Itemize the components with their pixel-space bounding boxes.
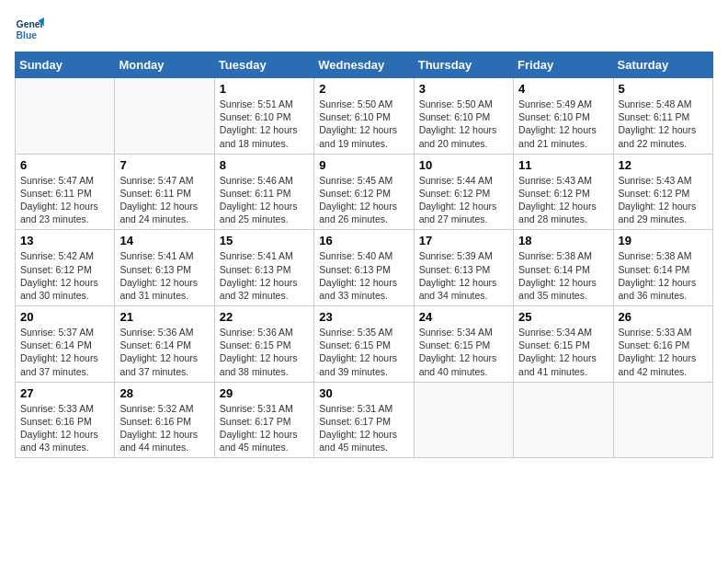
calendar-cell: 20Sunrise: 5:37 AM Sunset: 6:14 PM Dayli… xyxy=(16,306,115,383)
day-info: Sunrise: 5:36 AM Sunset: 6:14 PM Dayligh… xyxy=(119,326,209,378)
day-info: Sunrise: 5:41 AM Sunset: 6:13 PM Dayligh… xyxy=(220,249,309,302)
calendar-cell: 25Sunrise: 5:34 AM Sunset: 6:15 PM Dayli… xyxy=(514,306,613,383)
calendar-cell: 5Sunrise: 5:48 AM Sunset: 6:11 PM Daylig… xyxy=(613,78,712,155)
day-info: Sunrise: 5:49 AM Sunset: 6:10 PM Dayligh… xyxy=(518,98,608,150)
day-info: Sunrise: 5:34 AM Sunset: 6:15 PM Dayligh… xyxy=(518,326,608,378)
calendar-cell: 28Sunrise: 5:32 AM Sunset: 6:16 PM Dayli… xyxy=(115,382,214,458)
day-number: 9 xyxy=(319,158,408,172)
day-info: Sunrise: 5:41 AM Sunset: 6:13 PM Dayligh… xyxy=(119,249,209,302)
day-number: 10 xyxy=(419,158,508,172)
calendar-cell: 4Sunrise: 5:49 AM Sunset: 6:10 PM Daylig… xyxy=(514,78,613,155)
logo: General Blue xyxy=(15,15,48,44)
day-number: 20 xyxy=(20,310,109,324)
calendar-cell: 10Sunrise: 5:44 AM Sunset: 6:12 PM Dayli… xyxy=(414,154,513,230)
day-info: Sunrise: 5:45 AM Sunset: 6:12 PM Dayligh… xyxy=(319,174,408,226)
calendar-header-wednesday: Wednesday xyxy=(314,52,414,78)
day-number: 25 xyxy=(518,310,608,324)
calendar-cell: 2Sunrise: 5:50 AM Sunset: 6:10 PM Daylig… xyxy=(314,78,414,155)
day-info: Sunrise: 5:35 AM Sunset: 6:15 PM Dayligh… xyxy=(319,326,408,378)
calendar-cell: 12Sunrise: 5:43 AM Sunset: 6:12 PM Dayli… xyxy=(613,154,712,230)
calendar-week-row: 1Sunrise: 5:51 AM Sunset: 6:10 PM Daylig… xyxy=(16,78,713,155)
day-number: 17 xyxy=(419,234,508,247)
day-number: 27 xyxy=(20,386,109,400)
day-number: 7 xyxy=(119,158,209,172)
day-info: Sunrise: 5:38 AM Sunset: 6:14 PM Dayligh… xyxy=(619,249,708,302)
day-number: 30 xyxy=(319,386,408,400)
day-number: 29 xyxy=(220,386,309,400)
calendar-cell: 22Sunrise: 5:36 AM Sunset: 6:15 PM Dayli… xyxy=(214,306,313,383)
day-info: Sunrise: 5:51 AM Sunset: 6:10 PM Dayligh… xyxy=(220,98,309,150)
day-number: 16 xyxy=(319,234,408,247)
day-info: Sunrise: 5:38 AM Sunset: 6:14 PM Dayligh… xyxy=(518,249,608,302)
calendar-table: SundayMondayTuesdayWednesdayThursdayFrid… xyxy=(15,52,713,458)
day-info: Sunrise: 5:33 AM Sunset: 6:16 PM Dayligh… xyxy=(619,326,708,378)
calendar-header-friday: Friday xyxy=(514,52,613,78)
calendar-cell: 26Sunrise: 5:33 AM Sunset: 6:16 PM Dayli… xyxy=(613,306,712,383)
day-info: Sunrise: 5:31 AM Sunset: 6:17 PM Dayligh… xyxy=(319,402,408,454)
day-number: 23 xyxy=(319,310,408,324)
calendar-cell: 11Sunrise: 5:43 AM Sunset: 6:12 PM Dayli… xyxy=(514,154,613,230)
day-info: Sunrise: 5:42 AM Sunset: 6:12 PM Dayligh… xyxy=(20,249,109,302)
calendar-cell: 29Sunrise: 5:31 AM Sunset: 6:17 PM Dayli… xyxy=(214,382,313,458)
calendar-cell: 8Sunrise: 5:46 AM Sunset: 6:11 PM Daylig… xyxy=(214,154,313,230)
day-number: 18 xyxy=(518,234,608,247)
calendar-cell xyxy=(115,78,214,155)
day-number: 6 xyxy=(20,158,109,172)
calendar-cell: 16Sunrise: 5:40 AM Sunset: 6:13 PM Dayli… xyxy=(314,230,414,306)
day-info: Sunrise: 5:43 AM Sunset: 6:12 PM Dayligh… xyxy=(619,174,708,226)
calendar-cell xyxy=(16,78,115,155)
day-info: Sunrise: 5:31 AM Sunset: 6:17 PM Dayligh… xyxy=(220,402,309,454)
calendar-cell: 18Sunrise: 5:38 AM Sunset: 6:14 PM Dayli… xyxy=(514,230,613,306)
day-number: 2 xyxy=(319,82,408,96)
day-info: Sunrise: 5:33 AM Sunset: 6:16 PM Dayligh… xyxy=(20,402,109,454)
day-number: 19 xyxy=(619,234,708,247)
calendar-header-saturday: Saturday xyxy=(613,52,712,78)
calendar-cell: 14Sunrise: 5:41 AM Sunset: 6:13 PM Dayli… xyxy=(115,230,214,306)
day-number: 22 xyxy=(220,310,309,324)
calendar-cell: 6Sunrise: 5:47 AM Sunset: 6:11 PM Daylig… xyxy=(16,154,115,230)
calendar-cell: 17Sunrise: 5:39 AM Sunset: 6:13 PM Dayli… xyxy=(414,230,513,306)
day-number: 13 xyxy=(20,234,109,247)
day-number: 26 xyxy=(619,310,708,324)
day-number: 4 xyxy=(518,82,608,96)
calendar-week-row: 20Sunrise: 5:37 AM Sunset: 6:14 PM Dayli… xyxy=(16,306,713,383)
day-info: Sunrise: 5:50 AM Sunset: 6:10 PM Dayligh… xyxy=(419,98,508,150)
day-number: 3 xyxy=(419,82,508,96)
calendar-cell: 24Sunrise: 5:34 AM Sunset: 6:15 PM Dayli… xyxy=(414,306,513,383)
page-header: General Blue xyxy=(15,15,713,44)
day-info: Sunrise: 5:44 AM Sunset: 6:12 PM Dayligh… xyxy=(419,174,508,226)
day-number: 14 xyxy=(119,234,209,247)
calendar-cell: 13Sunrise: 5:42 AM Sunset: 6:12 PM Dayli… xyxy=(16,230,115,306)
calendar-cell xyxy=(414,382,513,458)
day-number: 24 xyxy=(419,310,508,324)
calendar-cell: 21Sunrise: 5:36 AM Sunset: 6:14 PM Dayli… xyxy=(115,306,214,383)
calendar-cell: 1Sunrise: 5:51 AM Sunset: 6:10 PM Daylig… xyxy=(214,78,313,155)
day-info: Sunrise: 5:34 AM Sunset: 6:15 PM Dayligh… xyxy=(419,326,508,378)
day-number: 11 xyxy=(518,158,608,172)
calendar-header-row: SundayMondayTuesdayWednesdayThursdayFrid… xyxy=(16,52,713,78)
day-info: Sunrise: 5:50 AM Sunset: 6:10 PM Dayligh… xyxy=(319,98,408,150)
calendar-header-sunday: Sunday xyxy=(16,52,115,78)
calendar-cell: 23Sunrise: 5:35 AM Sunset: 6:15 PM Dayli… xyxy=(314,306,414,383)
calendar-cell: 15Sunrise: 5:41 AM Sunset: 6:13 PM Dayli… xyxy=(214,230,313,306)
day-info: Sunrise: 5:40 AM Sunset: 6:13 PM Dayligh… xyxy=(319,249,408,302)
day-number: 21 xyxy=(119,310,209,324)
calendar-cell: 19Sunrise: 5:38 AM Sunset: 6:14 PM Dayli… xyxy=(613,230,712,306)
day-number: 1 xyxy=(220,82,309,96)
day-info: Sunrise: 5:47 AM Sunset: 6:11 PM Dayligh… xyxy=(119,174,209,226)
day-info: Sunrise: 5:48 AM Sunset: 6:11 PM Dayligh… xyxy=(619,98,708,150)
calendar-cell: 30Sunrise: 5:31 AM Sunset: 6:17 PM Dayli… xyxy=(314,382,414,458)
day-info: Sunrise: 5:39 AM Sunset: 6:13 PM Dayligh… xyxy=(419,249,508,302)
day-info: Sunrise: 5:47 AM Sunset: 6:11 PM Dayligh… xyxy=(20,174,109,226)
calendar-cell: 27Sunrise: 5:33 AM Sunset: 6:16 PM Dayli… xyxy=(16,382,115,458)
calendar-cell: 9Sunrise: 5:45 AM Sunset: 6:12 PM Daylig… xyxy=(314,154,414,230)
calendar-cell xyxy=(613,382,712,458)
day-info: Sunrise: 5:37 AM Sunset: 6:14 PM Dayligh… xyxy=(20,326,109,378)
calendar-cell: 3Sunrise: 5:50 AM Sunset: 6:10 PM Daylig… xyxy=(414,78,513,155)
day-number: 5 xyxy=(619,82,708,96)
calendar-header-thursday: Thursday xyxy=(414,52,513,78)
svg-text:Blue: Blue xyxy=(17,30,38,40)
calendar-cell xyxy=(514,382,613,458)
day-number: 8 xyxy=(220,158,309,172)
calendar-week-row: 13Sunrise: 5:42 AM Sunset: 6:12 PM Dayli… xyxy=(16,230,713,306)
